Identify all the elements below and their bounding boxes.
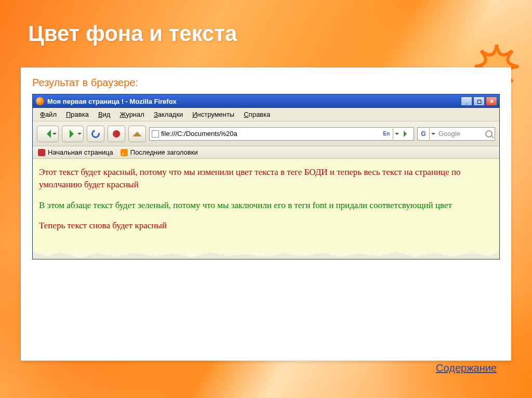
page-icon (152, 130, 159, 138)
back-button[interactable] (37, 126, 59, 142)
contents-link[interactable]: Содержание (436, 362, 497, 374)
search-placeholder: Google (438, 130, 483, 138)
paragraph-green: В этом абзаце текст будет зеленый, потом… (39, 199, 493, 212)
search-icon[interactable] (485, 130, 493, 138)
url-bar[interactable]: file:///C:/Documents%20a En (149, 127, 414, 141)
menu-help[interactable]: Справка (241, 109, 273, 119)
bookmarks-toolbar: Начальная страница Последние заголовки (33, 146, 499, 159)
google-icon: G (420, 130, 427, 138)
result-label: Результат в браузере: (32, 77, 500, 89)
url-dropdown[interactable] (393, 128, 400, 140)
close-button[interactable]: ✕ (486, 97, 497, 106)
stop-button[interactable] (108, 126, 125, 142)
bookmark-icon (38, 149, 45, 156)
window-buttons: _ ◻ ✕ (461, 97, 497, 106)
menu-history[interactable]: Журнал (116, 109, 147, 119)
reload-icon (90, 128, 101, 140)
rendered-page: Этот текст будет красный, потому что мы … (33, 159, 499, 252)
go-button[interactable] (402, 129, 411, 139)
torn-edge-decoration (33, 252, 499, 259)
title-band: Цвет фона и текста (0, 0, 532, 67)
rss-icon (121, 149, 128, 156)
content-panel: Результат в браузере: Моя первая страниц… (21, 67, 511, 361)
slide-title: Цвет фона и текста (28, 21, 237, 46)
search-bar[interactable]: G Google (417, 127, 495, 141)
menu-tools[interactable]: Инструменты (189, 109, 237, 119)
stop-icon (113, 130, 120, 138)
menu-bookmarks[interactable]: Закладки (151, 109, 186, 119)
firefox-titlebar[interactable]: Моя первая страница ! - Mozilla Firefox … (33, 94, 499, 108)
menu-file[interactable]: Файл (37, 109, 60, 119)
firefox-icon (36, 97, 44, 105)
forward-button[interactable] (62, 126, 84, 142)
menu-view[interactable]: Вид (95, 109, 114, 119)
home-button[interactable] (128, 126, 146, 142)
menu-edit[interactable]: Правка (63, 109, 92, 119)
reload-button[interactable] (87, 126, 104, 142)
bookmark-label: Начальная страница (48, 148, 113, 156)
home-icon (132, 127, 142, 136)
minimize-button[interactable]: _ (461, 97, 472, 106)
maximize-button[interactable]: ◻ (473, 97, 485, 106)
search-engine-dropdown[interactable] (429, 128, 436, 140)
url-text: file:///C:/Documents%20a (161, 130, 380, 138)
firefox-window: Моя первая страница ! - Mozilla Firefox … (32, 94, 500, 259)
lang-indicator: En (382, 131, 391, 136)
bookmark-label: Последние заголовки (130, 148, 198, 156)
bookmark-home-page[interactable]: Начальная страница (38, 148, 113, 156)
firefox-menubar: Файл Правка Вид Журнал Закладки Инструме… (33, 108, 499, 121)
arrow-left-icon (43, 130, 51, 138)
paragraph-red-2: Теперь текст снова будет красный (39, 219, 493, 232)
bookmark-latest-headlines[interactable]: Последние заголовки (121, 148, 198, 156)
window-title: Моя первая страница ! - Mozilla Firefox (47, 98, 461, 105)
firefox-toolbar: file:///C:/Documents%20a En G Google (33, 121, 499, 146)
paragraph-red-1: Этот текст будет красный, потому что мы … (39, 166, 493, 191)
arrow-right-icon (70, 130, 78, 138)
